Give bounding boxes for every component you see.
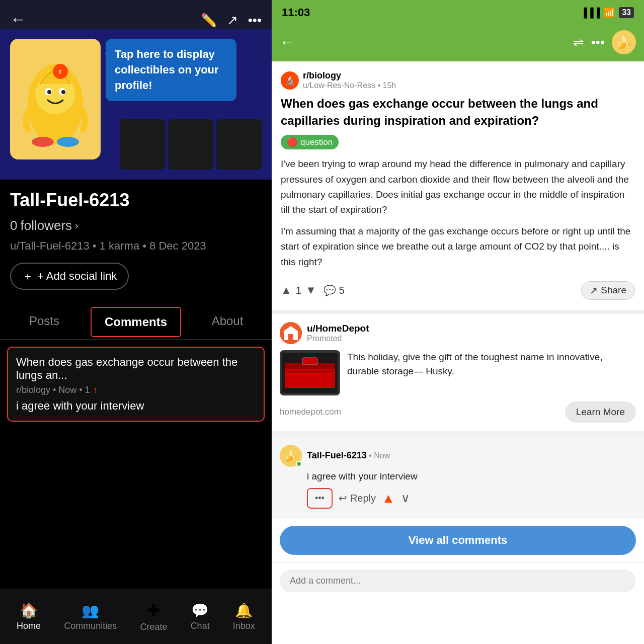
reddit-snoo: r xyxy=(53,64,68,79)
question-badge: 🔴 question xyxy=(281,135,339,149)
post-body-1: I've been trying to wrap around my head … xyxy=(281,156,635,218)
left-header-icons: ✏️ ↗ ••• xyxy=(201,10,262,28)
comment-section: 🍌 Tall-Fuel-6213 • Now i agree with your… xyxy=(272,435,644,519)
share-icon-btn: ↗ xyxy=(590,285,598,296)
collectible-slot-2[interactable] xyxy=(168,119,213,170)
filter-icon[interactable]: ⇌ xyxy=(573,35,584,50)
status-time: 11:03 xyxy=(282,6,310,19)
svg-point-4 xyxy=(47,90,51,94)
post-section: 🔬 r/biology u/Low-Res-No-Ress • 15h When… xyxy=(272,61,644,310)
banana-character xyxy=(15,44,96,154)
svg-rect-10 xyxy=(288,334,293,340)
learn-more-button[interactable]: Learn More xyxy=(565,401,636,423)
add-comment-input[interactable] xyxy=(280,570,636,592)
user-avatar-right[interactable]: 🍌 xyxy=(612,30,636,54)
ad-image[interactable] xyxy=(280,350,340,395)
share-button[interactable]: ↗ Share xyxy=(581,281,635,300)
nav-home-label: Home xyxy=(17,621,41,631)
advertiser-avatar[interactable] xyxy=(280,322,302,344)
comment-post-title: When does gas exchange occur between the… xyxy=(16,356,256,382)
wifi-icon: 📶 xyxy=(604,7,615,18)
battery-icon: 33 xyxy=(619,7,634,18)
nav-create[interactable]: ✚ Create xyxy=(140,601,167,632)
commenter-name[interactable]: Tall-Fuel-6213 xyxy=(307,450,367,460)
tab-posts[interactable]: Posts xyxy=(0,305,89,339)
right-content: 🔬 r/biology u/Low-Res-No-Ress • 15h When… xyxy=(272,61,644,644)
ad-header: u/HomeDepot Promoted xyxy=(280,322,636,344)
comment-count: 5 xyxy=(339,285,345,296)
post-actions: ▲ 1 ▼ 💬 5 ↗ Share xyxy=(281,276,635,305)
subreddit-avatar[interactable]: 🔬 xyxy=(281,71,299,90)
comment-upvote-button[interactable]: ▲ xyxy=(382,491,395,506)
nav-chat[interactable]: 💬 Chat xyxy=(191,602,210,631)
homedepot-logo xyxy=(280,322,302,344)
post-body-2: I'm assuming that a majority of the gas … xyxy=(281,224,635,270)
communities-icon: 👥 xyxy=(82,602,99,619)
add-social-label: + Add social link xyxy=(37,270,117,283)
more-icon-right[interactable]: ••• xyxy=(591,35,605,50)
pencil-icon[interactable]: ✏️ xyxy=(201,13,217,28)
section-divider xyxy=(272,310,644,314)
ad-product-image xyxy=(282,353,338,393)
karma-row: u/Tall-Fuel-6213 • 1 karma • 8 Dec 2023 xyxy=(10,239,262,253)
section-divider-2 xyxy=(272,431,644,435)
add-social-button[interactable]: ＋ + Add social link xyxy=(10,263,129,290)
subreddit-name[interactable]: r/biology xyxy=(303,70,396,81)
comment-more-button[interactable]: ••• xyxy=(307,488,333,509)
nav-home[interactable]: 🏠 Home xyxy=(17,602,41,631)
comment-count-area[interactable]: 💬 5 xyxy=(324,284,345,296)
right-panel: 11:03 ▐▐▐ 📶 33 ← ⇌ ••• 🍌 🔬 xyxy=(272,0,644,644)
avatar[interactable]: r xyxy=(10,39,101,159)
tabs-row: Posts Comments About xyxy=(0,305,272,340)
left-panel: ← ✏️ ↗ ••• r xyxy=(0,0,272,644)
svg-rect-15 xyxy=(287,371,333,372)
ad-promoted-label: Promoted xyxy=(307,334,369,343)
collectible-slot-3[interactable] xyxy=(216,119,262,170)
followers-row[interactable]: 0 followers › xyxy=(10,218,262,233)
reply-button[interactable]: ↩ Reply xyxy=(339,492,376,504)
ad-body-text: This holiday, give the gift of the tough… xyxy=(347,350,636,395)
badge-icon: 🔴 xyxy=(287,137,297,147)
ad-domain: homedepot.com xyxy=(280,407,341,417)
profile-banner: r xyxy=(0,29,272,180)
comment-meta: r/biology • Now • 1 ↑ xyxy=(16,385,256,395)
comment-icon: 💬 xyxy=(324,284,336,296)
right-header-left: ← xyxy=(280,34,295,51)
profile-name: Tall-Fuel-6213 xyxy=(10,190,262,211)
post-user-time: u/Low-Res-No-Ress • 15h xyxy=(303,81,396,90)
post-title: When does gas exchange occur between the… xyxy=(281,95,635,129)
back-icon-right[interactable]: ← xyxy=(280,34,295,51)
svg-point-7 xyxy=(57,137,79,147)
nav-create-label: Create xyxy=(140,622,167,632)
nav-chat-label: Chat xyxy=(191,621,210,631)
collectible-slot-1[interactable] xyxy=(120,119,165,170)
commenter-avatar[interactable]: 🍌 xyxy=(280,445,302,467)
advertiser-name[interactable]: u/HomeDepot xyxy=(307,323,369,334)
nav-communities[interactable]: 👥 Communities xyxy=(64,602,117,631)
comment-card[interactable]: When does gas exchange occur between the… xyxy=(7,347,265,422)
nav-inbox[interactable]: 🔔 Inbox xyxy=(233,602,255,631)
collapse-button[interactable]: ∨ xyxy=(401,491,410,505)
create-icon: ✚ xyxy=(147,601,160,620)
reply-icon: ↩ xyxy=(339,492,347,504)
share-icon[interactable]: ↗ xyxy=(227,13,238,28)
subreddit-info: r/biology u/Low-Res-No-Ress • 15h xyxy=(303,70,396,90)
upvote-indicator: ↑ xyxy=(93,385,98,395)
subreddit-row: 🔬 r/biology u/Low-Res-No-Ress • 15h xyxy=(281,70,635,90)
followers-chevron: › xyxy=(75,220,78,231)
nav-inbox-label: Inbox xyxy=(233,621,255,631)
tab-comments[interactable]: Comments xyxy=(91,307,181,337)
left-header: ← ✏️ ↗ ••• xyxy=(0,0,272,29)
back-icon-left[interactable]: ← xyxy=(10,10,26,29)
tab-about[interactable]: About xyxy=(183,305,272,339)
comment-actions-row: ••• ↩ Reply ▲ ∨ xyxy=(280,488,636,509)
upvote-button[interactable]: ▲ xyxy=(281,284,292,297)
downvote-button[interactable]: ▼ xyxy=(305,284,316,297)
comment-body: i agree with your interview xyxy=(16,399,256,413)
ad-section: u/HomeDepot Promoted This holiday, give … xyxy=(272,314,644,431)
more-icon-left[interactable]: ••• xyxy=(248,13,262,28)
comment-item: 🍌 Tall-Fuel-6213 • Now i agree with your… xyxy=(280,443,636,511)
inbox-icon: 🔔 xyxy=(235,602,253,619)
nav-communities-label: Communities xyxy=(64,621,117,631)
view-all-comments-button[interactable]: View all comments xyxy=(280,526,636,555)
